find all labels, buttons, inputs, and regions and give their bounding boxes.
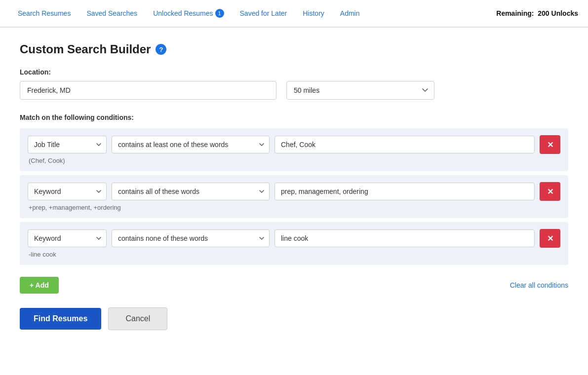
- condition-row-3: Job Title Keyword City State School cont…: [20, 222, 568, 265]
- condition-hint-2: +prep, +management, +ordering: [28, 204, 560, 211]
- page-title: Custom Search Builder ?: [20, 42, 568, 56]
- bottom-buttons: Find Resumes Cancel: [20, 307, 568, 330]
- remove-button-3[interactable]: ✕: [540, 229, 560, 248]
- nav-saved-searches[interactable]: Saved Searches: [78, 0, 145, 27]
- condition-hint-3: -line cook: [28, 251, 560, 258]
- location-label: Location:: [20, 68, 568, 76]
- unlocked-badge: 1: [215, 9, 224, 18]
- location-input[interactable]: [20, 81, 276, 100]
- page-title-text: Custom Search Builder: [20, 42, 151, 56]
- nav-label-history: History: [303, 9, 324, 17]
- field-select-2[interactable]: Job Title Keyword City State School: [28, 183, 107, 200]
- miles-select[interactable]: 10 miles 25 miles 50 miles 100 miles Any…: [286, 81, 434, 100]
- nav-saved-for-later[interactable]: Saved for Later: [232, 0, 295, 27]
- nav-label-saved-searches: Saved Searches: [86, 9, 137, 17]
- help-icon[interactable]: ?: [156, 44, 166, 55]
- main-content: Custom Search Builder ? Location: 10 mil…: [0, 28, 588, 345]
- field-select-3[interactable]: Job Title Keyword City State School: [28, 229, 107, 247]
- condition-hint-1: (Chef, Cook): [28, 157, 560, 164]
- condition-type-select-2[interactable]: contains at least one of these words con…: [112, 183, 270, 200]
- condition-inputs-1: Job Title Keyword City State School cont…: [28, 135, 560, 154]
- condition-text-1[interactable]: [274, 136, 535, 153]
- find-resumes-button[interactable]: Find Resumes: [20, 308, 101, 330]
- nav-unlocked-resumes[interactable]: Unlocked Resumes 1: [145, 0, 232, 27]
- nav-bar: Search Resumes Saved Searches Unlocked R…: [0, 0, 588, 28]
- conditions-label: Match on the following conditions:: [20, 113, 568, 121]
- conditions-list: Job Title Keyword City State School cont…: [20, 128, 568, 269]
- remove-button-1[interactable]: ✕: [540, 135, 560, 154]
- condition-inputs-2: Job Title Keyword City State School cont…: [28, 182, 560, 201]
- clear-link[interactable]: Clear all conditions: [510, 281, 568, 289]
- nav-history[interactable]: History: [295, 0, 332, 27]
- condition-text-3[interactable]: [274, 229, 535, 247]
- remaining-value: 200 Unlocks: [538, 9, 578, 17]
- nav-admin[interactable]: Admin: [332, 0, 368, 27]
- location-row: 10 miles 25 miles 50 miles 100 miles Any…: [20, 81, 568, 100]
- remove-button-2[interactable]: ✕: [540, 182, 560, 201]
- nav-label-admin: Admin: [340, 9, 360, 17]
- remaining-label: Remaining:: [496, 9, 534, 17]
- condition-row-1: Job Title Keyword City State School cont…: [20, 128, 568, 171]
- condition-text-2[interactable]: [274, 183, 535, 200]
- condition-inputs-3: Job Title Keyword City State School cont…: [28, 229, 560, 248]
- condition-type-select-3[interactable]: contains at least one of these words con…: [112, 229, 270, 247]
- cancel-button[interactable]: Cancel: [108, 307, 167, 330]
- condition-type-select-1[interactable]: contains at least one of these words con…: [112, 136, 270, 153]
- nav-search-resumes[interactable]: Search Resumes: [10, 0, 78, 27]
- nav-links: Search Resumes Saved Searches Unlocked R…: [10, 0, 496, 27]
- condition-row-2: Job Title Keyword City State School cont…: [20, 175, 568, 218]
- nav-remaining: Remaining: 200 Unlocks: [496, 9, 578, 17]
- nav-label-unlocked-resumes: Unlocked Resumes: [153, 9, 213, 17]
- nav-label-saved-for-later: Saved for Later: [240, 9, 287, 17]
- nav-label-search-resumes: Search Resumes: [18, 9, 71, 17]
- add-button[interactable]: + Add: [20, 277, 59, 294]
- actions-row: + Add Clear all conditions: [20, 277, 568, 294]
- field-select-1[interactable]: Job Title Keyword City State School: [28, 136, 107, 153]
